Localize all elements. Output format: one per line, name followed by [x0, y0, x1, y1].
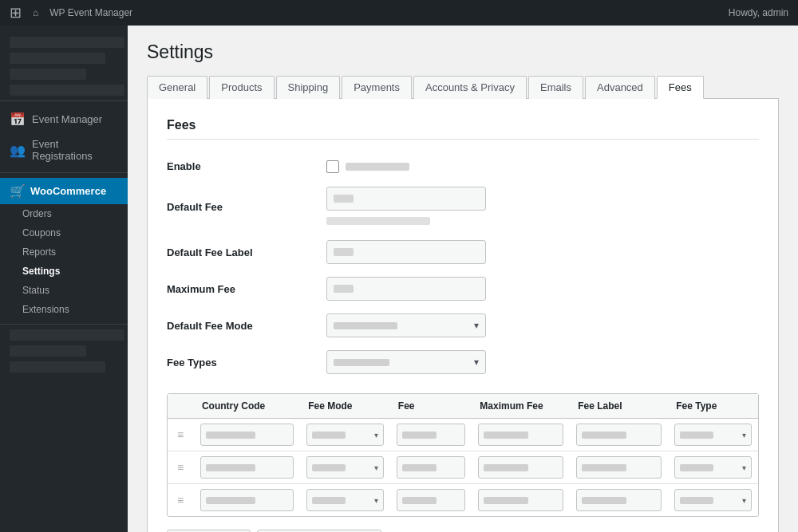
- row1-fee-input[interactable]: [397, 424, 465, 446]
- fees-settings-panel: Fees Enable Default Fee: [147, 99, 779, 532]
- default-fee-label-input[interactable]: [326, 240, 486, 264]
- chevron-down-icon-r2ft: ▾: [742, 463, 746, 472]
- row2-fee-input[interactable]: [397, 456, 465, 479]
- tab-advanced[interactable]: Advanced: [585, 76, 655, 99]
- wp-logo-icon[interactable]: ⊞: [10, 4, 22, 22]
- col-header-maximum-fee: Maximum Fee: [472, 394, 570, 419]
- row3-country-input[interactable]: [200, 489, 294, 511]
- sidebar-item-event-manager[interactable]: 📅 Event Manager: [0, 106, 128, 132]
- rules-table-body: ≡ ▾: [168, 419, 758, 517]
- sidebar-item-coupons[interactable]: Coupons: [0, 223, 128, 242]
- row3-fee-input[interactable]: [397, 489, 465, 511]
- table-row: ≡ ▾: [168, 484, 758, 517]
- sidebar: 📅 Event Manager 👥 Event Registrations 🛒 …: [0, 26, 128, 532]
- field-fee-types: Fee Types ▾: [167, 344, 759, 380]
- row3-feelabel-input[interactable]: [576, 489, 662, 511]
- fee-types-value: [334, 359, 389, 366]
- drag-handle-icon-2[interactable]: ≡: [174, 461, 187, 474]
- row1-country-input[interactable]: [200, 424, 294, 446]
- admin-bar-site-name[interactable]: WP Event Manager: [49, 7, 132, 18]
- page-title: Settings: [147, 41, 779, 63]
- main-layout: 📅 Event Manager 👥 Event Registrations 🛒 …: [0, 26, 798, 532]
- default-fee-mode-select[interactable]: ▾: [326, 313, 486, 337]
- sidebar-item-orders[interactable]: Orders: [0, 204, 128, 223]
- row2-feemode-select[interactable]: ▾: [306, 456, 384, 479]
- field-default-fee-mode-label: Default Fee Mode: [167, 307, 326, 344]
- drag-handle-icon-3[interactable]: ≡: [174, 494, 187, 506]
- fees-section-title: Fees: [167, 118, 759, 140]
- row1-feelabel-input[interactable]: [576, 424, 662, 446]
- fees-form-table: Enable Default Fee: [167, 152, 759, 380]
- sidebar-item-reports[interactable]: Reports: [0, 242, 128, 262]
- row2-maxfee-input[interactable]: [478, 456, 563, 479]
- field-enable: Enable: [167, 152, 759, 180]
- admin-bar: ⊞ ⌂ WP Event Manager Howdy, admin: [0, 0, 798, 26]
- enable-description: [346, 163, 409, 171]
- default-fee-mode-value: [334, 322, 397, 329]
- row2-country-input[interactable]: [200, 456, 294, 479]
- sidebar-placeholder-5: [10, 329, 124, 341]
- field-enable-label: Enable: [167, 152, 326, 180]
- sidebar-item-event-registrations[interactable]: 👥 Event Registrations: [0, 132, 128, 167]
- tab-accounts-privacy[interactable]: Accounts & Privacy: [413, 76, 527, 99]
- enable-checkbox[interactable]: [326, 160, 339, 173]
- field-default-fee-label: Default Fee: [167, 180, 326, 234]
- sidebar-item-extensions[interactable]: Extensions: [0, 300, 128, 319]
- sidebar-placeholder-7: [10, 361, 105, 372]
- row1-feetype-select[interactable]: ▾: [674, 424, 752, 446]
- woocommerce-menu-header[interactable]: 🛒 WooCommerce: [0, 178, 128, 204]
- row2-feetype-select[interactable]: ▾: [674, 456, 752, 479]
- sidebar-item-label-event-registrations: Event Registrations: [32, 138, 118, 162]
- admin-bar-user: Howdy, admin: [729, 7, 788, 18]
- sidebar-placeholder-6: [10, 345, 86, 357]
- woocommerce-label: WooCommerce: [30, 185, 106, 197]
- chevron-down-icon-r3fm: ▾: [374, 496, 378, 505]
- woocommerce-icon: 🛒: [10, 183, 26, 199]
- tab-products[interactable]: Products: [209, 76, 274, 99]
- chevron-down-icon-r1fm: ▾: [374, 431, 378, 439]
- field-default-fee-mode: Default Fee Mode ▾: [167, 307, 759, 344]
- field-maximum-fee-label: Maximum Fee: [167, 270, 326, 307]
- col-header-country-code: Country Code: [194, 394, 300, 419]
- admin-bar-site-icon[interactable]: ⌂: [33, 7, 38, 18]
- tab-emails[interactable]: Emails: [528, 76, 583, 99]
- drag-handle-icon[interactable]: ≡: [174, 428, 187, 441]
- event-manager-icon: 📅: [10, 112, 26, 127]
- admin-bar-greeting: Howdy, admin: [729, 7, 788, 18]
- fee-types-select[interactable]: ▾: [326, 350, 486, 374]
- admin-bar-left: ⊞ ⌂ WP Event Manager: [10, 4, 132, 22]
- table-row: ≡ ▾: [168, 419, 758, 451]
- sidebar-item-settings[interactable]: Settings: [0, 262, 128, 281]
- col-header-fee-mode: Fee Mode: [300, 394, 390, 419]
- rules-table-header: Country Code Fee Mode Fee Maximum Fee Fe…: [168, 394, 758, 419]
- sidebar-item-status[interactable]: Status: [0, 281, 128, 300]
- field-default-fee: Default Fee: [167, 180, 759, 234]
- chevron-down-icon: ▾: [474, 320, 479, 331]
- sidebar-placeholder-3: [10, 69, 86, 80]
- col-header-fee: Fee: [390, 394, 472, 419]
- row1-maxfee-input[interactable]: [478, 424, 563, 446]
- row3-maxfee-input[interactable]: [478, 489, 563, 511]
- sidebar-placeholder-1: [10, 37, 124, 48]
- woocommerce-submenu: Orders Coupons Reports Settings Status E…: [0, 204, 128, 319]
- default-fee-input[interactable]: [326, 187, 486, 211]
- maximum-fee-input[interactable]: [326, 277, 486, 301]
- row1-feemode-select[interactable]: ▾: [306, 424, 384, 446]
- tab-payments[interactable]: Payments: [342, 76, 412, 99]
- main-content: Settings General Products Shipping Payme…: [128, 26, 798, 532]
- chevron-down-icon-r1ft: ▾: [742, 431, 746, 439]
- row2-feelabel-input[interactable]: [576, 456, 662, 479]
- chevron-down-icon-r2fm: ▾: [374, 463, 378, 472]
- field-fee-types-label: Fee Types: [167, 344, 326, 380]
- tab-general[interactable]: General: [147, 76, 207, 99]
- rules-table-wrapper: Country Code Fee Mode Fee Maximum Fee Fe…: [167, 393, 759, 517]
- row3-feetype-select[interactable]: ▾: [674, 489, 752, 511]
- row3-feemode-select[interactable]: ▾: [306, 489, 384, 511]
- sidebar-item-label-event-manager: Event Manager: [32, 113, 102, 125]
- sidebar-placeholder-4: [10, 85, 124, 96]
- rules-table: Country Code Fee Mode Fee Maximum Fee Fe…: [168, 394, 758, 516]
- tab-shipping[interactable]: Shipping: [276, 76, 341, 99]
- field-maximum-fee: Maximum Fee: [167, 270, 759, 307]
- event-registrations-icon: 👥: [10, 143, 26, 158]
- tab-fees[interactable]: Fees: [657, 76, 704, 99]
